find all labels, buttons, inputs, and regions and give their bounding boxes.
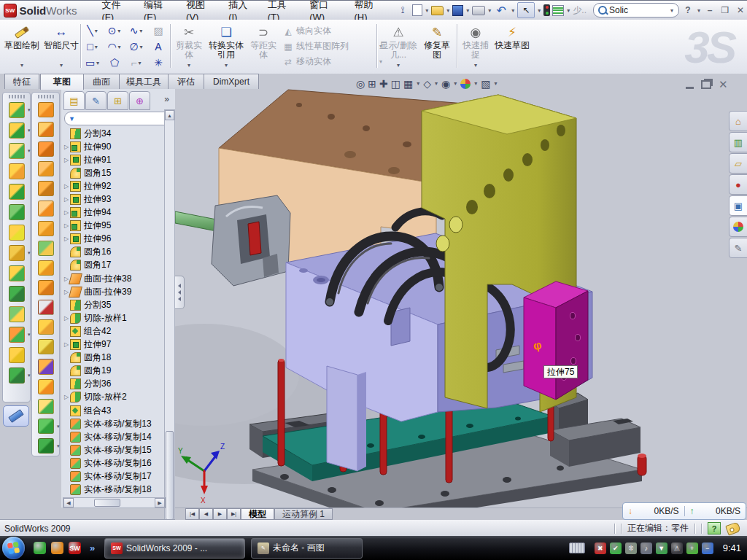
expand-arrow[interactable]: ▷ <box>63 144 70 150</box>
draft-analysis-icon[interactable] <box>38 122 54 137</box>
section-view-icon[interactable]: ◫ <box>391 77 400 90</box>
rib-icon[interactable] <box>9 265 25 281</box>
shell-icon[interactable] <box>9 184 25 200</box>
security-alert-icon[interactable]: ✖ <box>595 542 606 554</box>
pan-icon[interactable]: ✚ <box>379 77 388 90</box>
browser-icon[interactable] <box>51 542 63 554</box>
view-orientation-icon[interactable]: ▦ <box>403 77 413 90</box>
tree-item-拉伸96[interactable]: ▷拉伸96 <box>63 233 163 246</box>
spline-icon[interactable]: ∿▾ <box>125 23 147 39</box>
motion-study-tab[interactable]: 运动算例 1 <box>274 508 333 520</box>
command-tab-5[interactable]: DimXpert <box>204 74 259 89</box>
command-tab-2[interactable]: 曲面 <box>83 74 120 89</box>
polygon-icon[interactable]: ⬠ <box>104 55 125 71</box>
tree-item-实体-移动/复制13[interactable]: 实体-移动/复制13 <box>63 417 163 430</box>
next-tab-button[interactable]: ▶ <box>213 508 227 520</box>
tree-item-切除-放样1[interactable]: ▷切除-放样1 <box>63 311 163 324</box>
scroll-left-button[interactable]: ◀ <box>63 498 74 508</box>
planar-surface-icon[interactable] <box>38 221 54 236</box>
doc-close-button[interactable]: ✕ <box>719 78 728 91</box>
move-copy-body-icon[interactable]: ▾ <box>9 327 25 343</box>
help-button[interactable]: ? <box>681 4 694 16</box>
app-restore-button[interactable]: ❒ <box>719 4 732 16</box>
swept-boss-icon[interactable] <box>9 163 25 179</box>
extruded-cut-icon[interactable]: ▾ <box>9 122 25 139</box>
expand-arrow[interactable]: ▷ <box>63 157 70 163</box>
file-explorer-icon[interactable]: ▱ <box>729 153 747 174</box>
measure-button[interactable] <box>3 405 29 427</box>
text-icon[interactable]: A <box>147 39 169 55</box>
taskbar-button-1[interactable]: ✎未命名 - 画图 <box>251 538 363 559</box>
knit-surface-icon[interactable] <box>38 241 54 256</box>
options-icon[interactable] <box>552 5 564 16</box>
prev-tab-button[interactable]: ◀ <box>199 508 213 520</box>
circle-icon[interactable]: ⊙▾ <box>104 23 125 39</box>
rectangle-icon[interactable]: □▾ <box>82 39 104 55</box>
insert-mold-icon[interactable] <box>38 399 54 414</box>
vertical-scroll-thumb[interactable] <box>166 431 174 520</box>
search-box[interactable]: Solic ▾ <box>593 3 679 18</box>
view-palette-icon[interactable]: ▣ <box>729 195 747 216</box>
arc-icon[interactable]: ◠▾ <box>104 39 125 55</box>
scroll-up-button[interactable]: ▲ <box>165 110 174 120</box>
tooling-split-icon[interactable] <box>38 260 54 276</box>
undercut-icon[interactable] <box>38 141 54 157</box>
tree-item-拉伸90[interactable]: ▷拉伸90 <box>63 140 163 153</box>
toolbar-drag-handle[interactable] <box>9 95 25 98</box>
custom-properties-icon[interactable]: ✎ <box>729 238 747 258</box>
toolbar-overflow[interactable]: 少.. <box>573 4 587 17</box>
freeform-icon[interactable]: ▾ <box>38 419 54 434</box>
network-pin-icon[interactable]: ▼ <box>656 542 667 554</box>
dimxpertmanager-tab[interactable]: ⊕ <box>129 91 150 110</box>
tree-item-实体-移动/复制14[interactable]: 实体-移动/复制14 <box>63 430 163 443</box>
warning-icon[interactable]: ⚠ <box>671 542 683 554</box>
delete-body-icon[interactable] <box>9 347 25 363</box>
shut-off-surface-icon[interactable] <box>38 181 54 196</box>
tree-item-拉伸92[interactable]: ▷拉伸92 <box>63 179 163 192</box>
tree-item-组合42[interactable]: 组合42 <box>63 324 163 338</box>
pin-icon[interactable]: ⟟ <box>395 4 410 17</box>
tree-filter-box[interactable]: ▼ <box>64 112 171 125</box>
update-service-icon[interactable]: ❊ <box>625 542 637 554</box>
print-icon[interactable] <box>472 6 485 15</box>
doc-minimize-button[interactable] <box>686 87 694 89</box>
new-document-icon[interactable] <box>412 4 422 16</box>
design-library-icon[interactable]: ▥ <box>729 132 747 152</box>
expand-arrow[interactable]: ▷ <box>63 315 70 322</box>
panel-splitter-handle[interactable] <box>175 276 185 309</box>
tree-item-分割36[interactable]: 分割36 <box>63 378 163 391</box>
tree-item-实体-移动/复制16[interactable]: 实体-移动/复制16 <box>63 456 163 470</box>
expand-arrow[interactable]: ▷ <box>63 341 70 348</box>
featuremanager-tab[interactable]: ▤ <box>63 91 85 110</box>
curve-icon[interactable]: ▾ <box>9 368 25 384</box>
wrap-icon[interactable] <box>9 204 25 220</box>
panel-tabs-overflow[interactable]: » <box>164 94 169 104</box>
appearances-icon[interactable] <box>460 77 471 90</box>
tree-item-圆角18[interactable]: 圆角18 <box>63 351 163 365</box>
radiate-surface-icon[interactable] <box>38 280 54 295</box>
toolbar-drag-handle[interactable] <box>38 95 54 98</box>
expand-arrow[interactable]: ▷ <box>63 222 70 229</box>
health-shield-icon[interactable]: + <box>686 542 698 554</box>
apply-scene-icon[interactable]: ▧ <box>481 77 490 90</box>
quicklaunch-overflow-icon[interactable]: » <box>86 542 98 554</box>
tree-item-分割34[interactable]: 分割34 <box>63 127 163 140</box>
scroll-right-button[interactable]: ▶ <box>155 498 165 508</box>
zoom-fit-icon[interactable]: ◎ <box>356 77 365 90</box>
tree-item-圆角15[interactable]: 圆角15 <box>63 166 163 179</box>
parting-surface-icon[interactable] <box>38 161 54 176</box>
hole-wizard-icon[interactable] <box>9 225 25 241</box>
core-icon[interactable] <box>38 319 54 335</box>
tree-item-圆角19[interactable]: 圆角19 <box>63 365 163 378</box>
model-injector-unit[interactable] <box>175 195 290 286</box>
slot-icon[interactable]: ▭▾ <box>82 55 104 71</box>
quick-tips-icon[interactable]: ? <box>708 522 721 534</box>
antivirus-shield-icon[interactable]: ✔ <box>610 542 622 554</box>
model-insert-block[interactable]: φ <box>524 281 588 400</box>
model-tab[interactable]: 模型 <box>241 508 274 520</box>
save-icon[interactable] <box>452 5 463 16</box>
tree-item-拉伸95[interactable]: ▷拉伸95 <box>63 219 163 233</box>
taskbar-button-0[interactable]: SWSolidWorks 2009 - ... <box>104 538 245 559</box>
spline-tool-icon[interactable]: ▾ <box>38 438 54 454</box>
app-close-button[interactable]: ✕ <box>734 4 747 16</box>
